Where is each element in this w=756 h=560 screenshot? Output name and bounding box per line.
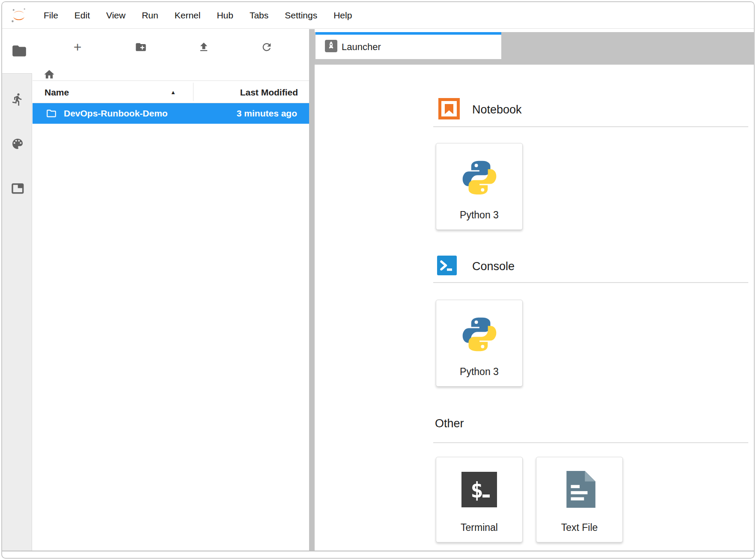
menu-help[interactable]: Help: [325, 10, 360, 21]
launcher-card-notebook-python3[interactable]: Python 3: [436, 143, 523, 230]
folder-outline-icon: [46, 108, 57, 119]
card-label: Terminal: [436, 522, 522, 533]
file-modified: 3 minutes ago: [237, 103, 297, 124]
launcher-card-text-file[interactable]: Text File: [536, 457, 623, 542]
menu-tabs[interactable]: Tabs: [241, 10, 277, 21]
panel-split-handle[interactable]: [309, 29, 315, 551]
file-name: DevOps-Runbook-Demo: [64, 103, 168, 124]
bottom-border: [2, 551, 754, 551]
section-other-header: Other: [435, 415, 464, 432]
section-divider: [433, 126, 748, 127]
new-folder-button[interactable]: [134, 40, 148, 54]
launcher-card-console-python3[interactable]: Python 3: [436, 300, 523, 387]
breadcrumb-home[interactable]: [43, 69, 55, 80]
menu-file[interactable]: File: [36, 10, 66, 21]
sidebar-item-running-sessions[interactable]: [11, 92, 24, 106]
section-title: Console: [472, 260, 515, 273]
folder-icon: [12, 45, 26, 56]
running-man-icon: [11, 92, 24, 106]
left-dock: [2, 73, 32, 551]
column-separator: [193, 83, 193, 101]
menu-bar: File Edit View Run Kernel Hub Tabs Setti…: [2, 2, 754, 29]
menu-run[interactable]: Run: [134, 10, 167, 21]
svg-text:$: $: [470, 478, 483, 503]
section-notebook-header: Notebook: [438, 99, 522, 120]
tabs-icon: [11, 182, 24, 195]
tab-launcher[interactable]: Launcher: [315, 32, 501, 59]
menu-edit[interactable]: Edit: [66, 10, 98, 21]
section-console-header: Console: [437, 256, 515, 276]
menu-view[interactable]: View: [98, 10, 134, 21]
file-browser-panel: + Name ▲ Last Modified: [33, 29, 309, 551]
text-file-icon: [536, 471, 622, 508]
card-label: Python 3: [436, 209, 522, 221]
python-logo-icon: [436, 316, 522, 353]
menu-kernel[interactable]: Kernel: [167, 10, 209, 21]
tab-launcher-label: Launcher: [342, 35, 381, 59]
new-folder-icon: [135, 41, 147, 53]
column-header-last-modified[interactable]: Last Modified: [240, 81, 298, 104]
jupyter-logo-icon: [10, 6, 27, 24]
rocket-icon: [325, 40, 337, 52]
refresh-button[interactable]: [259, 40, 274, 54]
palette-icon: [11, 137, 24, 151]
console-icon: [437, 256, 457, 277]
upload-button[interactable]: [196, 40, 211, 54]
notebook-icon: [438, 98, 460, 121]
file-row-selected[interactable]: DevOps-Runbook-Demo 3 minutes ago: [33, 103, 309, 124]
card-label: Text File: [536, 522, 622, 533]
screenshot-root: File Edit View Run Kernel Hub Tabs Setti…: [0, 0, 756, 560]
upload-icon: [198, 41, 210, 53]
jupyterlab-window: File Edit View Run Kernel Hub Tabs Setti…: [1, 1, 755, 559]
new-launcher-button[interactable]: +: [70, 40, 85, 54]
sort-ascending-icon[interactable]: ▲: [170, 81, 176, 104]
tab-bar-bottom-strip: [315, 59, 754, 65]
section-title: Notebook: [472, 103, 522, 116]
menu-hub[interactable]: Hub: [208, 10, 241, 21]
python-logo-icon: [436, 159, 522, 197]
menu-settings[interactable]: Settings: [277, 10, 325, 21]
tab-bar: Launcher: [315, 32, 754, 59]
section-divider: [433, 442, 748, 443]
plus-icon: +: [74, 40, 82, 54]
section-divider: [433, 282, 748, 283]
launcher-body: Notebook Python 3: [315, 65, 754, 551]
menu-items: File Edit View Run Kernel Hub Tabs Setti…: [36, 2, 360, 29]
sidebar-item-commands[interactable]: [11, 137, 24, 151]
sidebar-item-file-browser[interactable]: [11, 43, 27, 59]
section-title: Other: [435, 417, 464, 430]
sidebar-item-open-tabs[interactable]: [11, 182, 24, 195]
terminal-icon: $: [436, 472, 522, 507]
main-dock-panel: Launcher Notebook: [315, 29, 754, 551]
file-list-header: Name ▲ Last Modified: [33, 80, 309, 103]
launcher-card-terminal[interactable]: $ Terminal: [436, 457, 523, 542]
card-label: Python 3: [436, 366, 522, 378]
refresh-icon: [261, 41, 273, 53]
column-header-name[interactable]: Name: [45, 81, 69, 104]
home-icon: [43, 69, 55, 80]
